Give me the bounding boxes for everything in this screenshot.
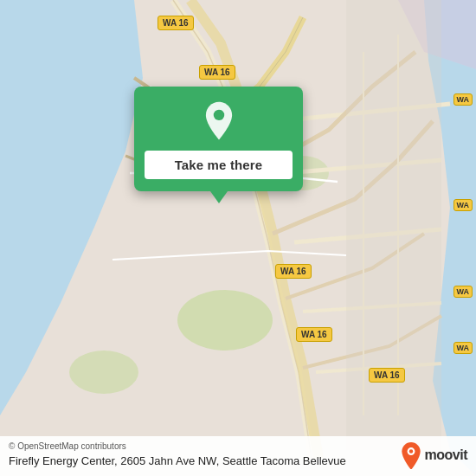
bottom-bar: © OpenStreetMap contributors Firefly Ene… bbox=[0, 436, 476, 476]
road-label-wa16-lower1: WA 16 bbox=[369, 368, 405, 383]
moovit-label: moovit bbox=[425, 447, 467, 463]
road-label-wa-right4: WA bbox=[453, 342, 473, 354]
map-background bbox=[0, 0, 476, 476]
moovit-pin-icon bbox=[400, 441, 422, 469]
road-label-wa16-mid1: WA 16 bbox=[275, 264, 312, 279]
moovit-logo: moovit bbox=[400, 441, 467, 469]
location-text: Firefly Energy Center, 2605 Jahn Ave NW,… bbox=[9, 453, 393, 469]
svg-point-20 bbox=[408, 449, 412, 453]
map-container: WA 16 WA 16 WA 16 WA 16 WA 16 WA WA WA W… bbox=[0, 0, 476, 476]
osm-attribution: © OpenStreetMap contributors bbox=[9, 441, 393, 451]
popup-card: Take me there bbox=[134, 87, 303, 191]
road-label-wa-right2: WA bbox=[453, 199, 473, 211]
road-label-wa16-upper: WA 16 bbox=[199, 65, 235, 80]
svg-point-18 bbox=[213, 110, 223, 120]
svg-point-6 bbox=[177, 290, 273, 351]
road-label-wa-right1: WA bbox=[453, 93, 473, 106]
take-me-there-button[interactable]: Take me there bbox=[145, 151, 293, 179]
road-label-wa-right3: WA bbox=[453, 286, 473, 298]
svg-point-7 bbox=[69, 351, 138, 394]
road-label-wa16-top: WA 16 bbox=[158, 16, 194, 30]
road-label-wa16-mid2: WA 16 bbox=[296, 327, 332, 342]
location-pin-icon bbox=[198, 100, 240, 142]
svg-rect-17 bbox=[346, 0, 441, 450]
